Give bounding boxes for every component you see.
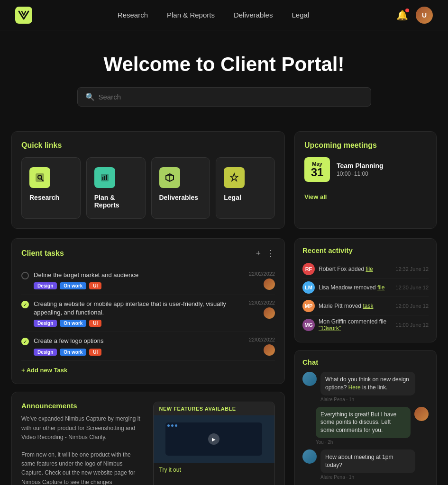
plan-reports-label: Plan & Reports <box>94 194 137 209</box>
activity-time: 12:32 June 12 <box>395 266 429 272</box>
chat-message: What do you think on new design options?… <box>302 372 429 402</box>
deliverables-label: Deliverables <box>159 194 199 201</box>
nav-deliverables[interactable]: Deliverables <box>234 11 273 19</box>
svg-rect-5 <box>102 177 103 180</box>
activity-avatar: MG <box>302 319 315 331</box>
task-meta: 22/02/2022 <box>249 271 275 290</box>
plan-reports-icon <box>94 167 115 188</box>
try-it-out: Try it out <box>154 463 275 477</box>
upcoming-meetings-card: Upcoming meetings May 31 Team Planning 1… <box>294 131 437 229</box>
task-tags: Design On work UI <box>34 320 244 327</box>
deliverables-icon <box>159 167 180 188</box>
tag-ui: UI <box>89 282 101 289</box>
legal-icon <box>224 167 245 188</box>
task-content: Create a few logo options Design On work… <box>34 337 244 355</box>
task-text: Define the target market and audience <box>34 271 244 279</box>
tag-design: Design <box>34 349 57 356</box>
right-column: Recent activity RF Robert Fox added file… <box>294 238 437 485</box>
meeting-item: May 31 Team Planning 10:00–11:00 <box>304 157 427 182</box>
task-meta: 22/02/2022 <box>249 337 275 356</box>
add-task-link[interactable]: + Add new Task <box>21 367 67 374</box>
search-input[interactable] <box>99 93 363 101</box>
tag-ui: UI <box>89 320 101 327</box>
activity-item: MP Marie Pitt moved task 12:00 June 12 <box>302 297 429 315</box>
meeting-info: Team Planning 10:00–11:00 <box>337 162 384 177</box>
announce-text1: We've expanded Nimbus Capture by merging… <box>21 414 144 442</box>
page-title: Welcome to Client Portal! <box>0 53 448 76</box>
tag-on-work: On work <box>60 282 86 289</box>
task-date: 22/02/2022 <box>249 271 275 277</box>
task-avatar <box>264 344 275 356</box>
task-date: 22/02/2022 <box>249 300 275 305</box>
task-avatar <box>264 278 275 290</box>
svg-rect-7 <box>106 175 107 180</box>
task-item: Define the target market and audience De… <box>21 266 275 295</box>
chat-avatar <box>302 449 317 464</box>
meeting-day: 31 <box>310 167 324 178</box>
announce-left: Announcements We've expanded Nimbus Capt… <box>21 402 144 485</box>
upcoming-view-all[interactable]: View all <box>304 193 327 200</box>
task-content: Creating a website or mobile app interfa… <box>34 300 244 327</box>
activity-text: Mon Griffin commented file "13work" <box>319 318 392 332</box>
task-checkbox[interactable]: ✓ <box>21 301 29 308</box>
notifications-button[interactable]: 🔔 <box>394 8 410 23</box>
quick-links-grid: Research Plan & Reports <box>21 157 275 219</box>
tag-design: Design <box>34 282 57 289</box>
activity-time: 11:00 June 12 <box>395 322 429 328</box>
chat-link[interactable]: Here <box>348 384 361 391</box>
bubble-meta: You · 2h <box>316 440 411 445</box>
chat-message: Everything is great! But I have some poi… <box>302 407 429 445</box>
research-icon <box>29 167 50 188</box>
tag-design: Design <box>34 320 57 327</box>
play-button[interactable]: ▶ <box>208 433 219 445</box>
activity-text: Robert Fox added file <box>319 266 392 272</box>
navbar: Research Plan & Reports Deliverables Leg… <box>0 0 448 30</box>
legal-label: Legal <box>224 194 241 201</box>
task-date: 22/02/2022 <box>249 337 275 342</box>
task-content: Define the target market and audience De… <box>34 271 244 289</box>
user-avatar[interactable]: U <box>416 7 433 24</box>
nav-right: 🔔 U <box>394 7 433 24</box>
chat-card: Chat What do you think on new design opt… <box>294 350 437 485</box>
nav-legal[interactable]: Legal <box>292 11 309 19</box>
tag-ui: UI <box>89 349 101 356</box>
try-it-out-link[interactable]: Try it out <box>159 467 181 473</box>
tasks-menu-button[interactable]: ⋮ <box>266 248 275 259</box>
add-task-button[interactable]: + <box>256 249 261 259</box>
recent-activity-card: Recent activity RF Robert Fox added file… <box>294 238 437 342</box>
activity-link[interactable]: file <box>366 266 373 272</box>
task-avatar <box>264 307 275 319</box>
bubble-content: How about meeting at 1pm today? Alaire P… <box>320 449 415 480</box>
bubble-meta: Alaire Pena · 1h <box>320 397 415 402</box>
search-bar[interactable]: 🔍 <box>77 87 371 107</box>
task-checkbox[interactable]: ✓ <box>21 338 29 345</box>
notification-badge <box>405 9 409 12</box>
upcoming-title: Upcoming meetings <box>304 141 427 150</box>
activity-avatar: LM <box>302 281 315 294</box>
activity-avatar: MP <box>302 300 315 312</box>
tag-on-work: On work <box>60 349 86 356</box>
activity-text: Marie Pitt moved task <box>319 303 392 309</box>
tasks-title: Client tasks <box>21 249 64 258</box>
logo[interactable] <box>15 7 32 24</box>
tag-on-work: On work <box>60 320 86 327</box>
tasks-actions: + ⋮ <box>256 248 275 259</box>
quick-link-research[interactable]: Research <box>21 157 81 219</box>
bubble-text: How about meeting at 1pm today? <box>320 449 415 473</box>
new-feature-header: NEW FEATURES AVAILABLE <box>154 402 275 415</box>
quick-links-title: Quick links <box>21 141 275 150</box>
bubble-text: What do you think on new design options?… <box>320 372 415 395</box>
activity-link[interactable]: task <box>363 303 373 309</box>
task-checkbox[interactable] <box>21 272 29 279</box>
quick-link-plan-reports[interactable]: Plan & Reports <box>86 157 146 219</box>
preview-decoration <box>167 424 177 427</box>
nav-research[interactable]: Research <box>118 11 148 19</box>
activity-link[interactable]: file <box>377 284 384 291</box>
tasks-header: Client tasks + ⋮ <box>21 248 275 259</box>
quick-link-legal[interactable]: Legal <box>216 157 275 219</box>
bubble-content: What do you think on new design options?… <box>320 372 415 402</box>
activity-link[interactable]: "13work" <box>319 325 341 332</box>
quick-link-deliverables[interactable]: Deliverables <box>151 157 210 219</box>
nav-plan-reports[interactable]: Plan & Reports <box>167 11 215 19</box>
nav-links: Research Plan & Reports Deliverables Leg… <box>118 11 309 19</box>
